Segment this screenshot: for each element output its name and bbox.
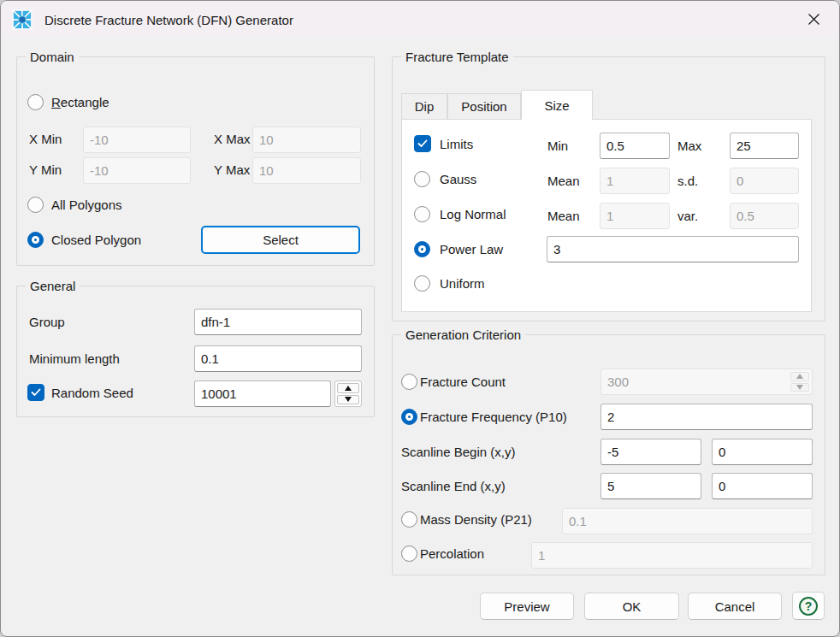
scanline-end-label: Scanline End (x,y) xyxy=(401,477,506,496)
fracture-count-radio[interactable] xyxy=(401,374,417,390)
checkmark-icon xyxy=(417,139,428,148)
scanline-begin-x-input[interactable] xyxy=(600,439,701,465)
generation-criterion-group-title: Generation Criterion xyxy=(401,326,525,344)
uniform-label: Uniform xyxy=(440,274,485,293)
power-law-input[interactable] xyxy=(547,236,799,262)
rectangle-label: Rectangle xyxy=(51,93,109,112)
titlebar: Discrete Fracture Network (DFN) Generato… xyxy=(1,1,839,38)
triangle-up-icon xyxy=(796,374,803,379)
var-label: var. xyxy=(677,207,698,226)
all-polygons-label: All Polygons xyxy=(51,196,122,215)
domain-group: Domain Rectangle X Min X Max Y Min Y Max… xyxy=(16,56,375,266)
fracture-count-field xyxy=(600,369,813,395)
max-label: Max xyxy=(677,137,701,156)
window-title: Discrete Fracture Network (DFN) Generato… xyxy=(44,13,293,27)
fracture-count-spinner xyxy=(790,371,810,392)
close-button[interactable] xyxy=(793,1,834,38)
tab-dip[interactable]: Dip xyxy=(401,93,447,120)
general-group: General Group Minimum length Random Seed xyxy=(16,286,375,417)
close-icon xyxy=(807,13,820,26)
checkmark-icon xyxy=(31,388,41,397)
closed-polygon-label: Closed Polygon xyxy=(51,231,141,250)
gauss-label: Gauss xyxy=(440,170,476,189)
var-input xyxy=(730,203,799,229)
sd-label: s.d. xyxy=(677,172,698,191)
fracture-template-group: Fracture Template Dip Position Size Limi… xyxy=(392,56,825,321)
scanline-end-y-input[interactable] xyxy=(712,473,813,499)
mass-density-radio[interactable] xyxy=(401,511,417,528)
log-normal-label: Log Normal xyxy=(440,205,506,224)
min-label: Min xyxy=(547,137,568,156)
x-min-input xyxy=(83,127,191,153)
general-group-title: General xyxy=(26,277,80,295)
x-min-label: X Min xyxy=(29,130,62,149)
closed-polygon-radio[interactable] xyxy=(27,232,44,248)
random-seed-label: Random Seed xyxy=(51,384,133,403)
y-min-input xyxy=(83,157,191,184)
fracture-template-group-title: Fracture Template xyxy=(401,48,513,66)
x-max-input xyxy=(252,127,361,153)
size-tab-pane: Limits Min Max Gauss Mean s.d. Log Norma… xyxy=(401,119,812,312)
percolation-label: Percolation xyxy=(420,545,484,563)
help-button[interactable]: ? xyxy=(792,592,825,620)
spin-down-button xyxy=(790,383,809,392)
minimum-length-input[interactable] xyxy=(194,345,362,372)
percolation-input xyxy=(531,542,813,569)
generation-criterion-group: Generation Criterion Fracture Count Frac… xyxy=(392,334,825,575)
log-normal-mean-input xyxy=(600,203,670,229)
spin-down-button[interactable] xyxy=(337,395,359,405)
y-min-label: Y Min xyxy=(29,161,62,180)
power-law-radio[interactable] xyxy=(414,241,430,257)
fracture-count-input xyxy=(600,369,813,395)
limits-checkbox[interactable] xyxy=(414,135,431,152)
limits-label: Limits xyxy=(440,135,473,154)
cancel-button[interactable]: Cancel xyxy=(688,593,782,620)
tab-size[interactable]: Size xyxy=(521,90,593,120)
ok-button[interactable]: OK xyxy=(584,593,679,620)
group-input[interactable] xyxy=(194,309,362,335)
percolation-radio[interactable] xyxy=(401,546,417,562)
random-seed-spinner xyxy=(334,380,362,407)
fracture-count-label: Fracture Count xyxy=(420,373,506,392)
log-normal-radio[interactable] xyxy=(414,206,430,222)
spin-up-button xyxy=(790,372,809,381)
y-max-label: Y Max xyxy=(214,161,250,180)
help-icon: ? xyxy=(799,597,818,616)
minimum-length-label: Minimum length xyxy=(29,350,120,369)
x-max-label: X Max xyxy=(214,130,251,149)
fracture-frequency-label: Fracture Frequency (P10) xyxy=(420,408,567,427)
y-max-input xyxy=(252,157,361,184)
mass-density-input xyxy=(562,508,813,534)
scanline-begin-label: Scanline Begin (x,y) xyxy=(401,443,515,462)
mass-density-label: Mass Density (P21) xyxy=(420,510,532,529)
gauss-mean-label: Mean xyxy=(547,172,580,191)
group-label: Group xyxy=(29,313,65,332)
max-input[interactable] xyxy=(730,133,799,159)
log-normal-mean-label: Mean xyxy=(547,207,580,226)
spin-up-button[interactable] xyxy=(337,383,359,393)
triangle-down-icon xyxy=(796,385,803,390)
power-law-label: Power Law xyxy=(440,240,503,259)
preview-button[interactable]: Preview xyxy=(480,593,574,620)
scanline-begin-y-input[interactable] xyxy=(712,439,813,465)
triangle-down-icon xyxy=(345,397,352,402)
sd-input xyxy=(730,168,799,194)
rectangle-radio[interactable] xyxy=(27,94,44,110)
select-button[interactable]: Select xyxy=(201,226,360,254)
fracture-frequency-input[interactable] xyxy=(600,404,813,430)
gauss-mean-input xyxy=(600,168,670,194)
uniform-radio[interactable] xyxy=(414,275,430,292)
triangle-up-icon xyxy=(345,386,352,391)
min-input[interactable] xyxy=(600,133,670,159)
all-polygons-radio[interactable] xyxy=(27,197,44,213)
random-seed-input[interactable] xyxy=(194,380,331,407)
dfn-generator-dialog: Discrete Fracture Network (DFN) Generato… xyxy=(0,0,840,637)
gauss-radio[interactable] xyxy=(414,171,430,187)
domain-group-title: Domain xyxy=(26,48,79,66)
app-icon xyxy=(11,9,33,31)
fracture-frequency-radio[interactable] xyxy=(401,409,417,425)
random-seed-checkbox[interactable] xyxy=(27,384,44,401)
tab-position[interactable]: Position xyxy=(447,93,521,120)
scanline-end-x-input[interactable] xyxy=(600,473,701,499)
